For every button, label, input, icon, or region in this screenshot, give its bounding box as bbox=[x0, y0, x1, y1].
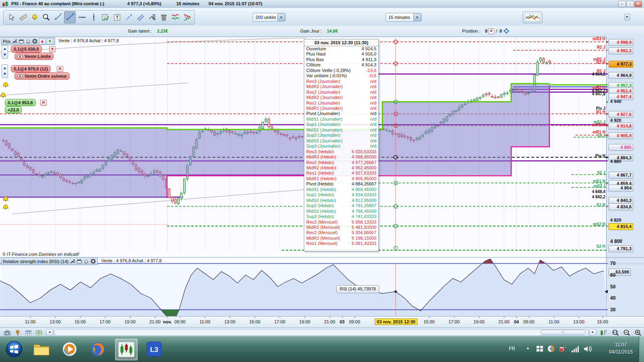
cancel-order-icon[interactable]: ✕ bbox=[57, 66, 63, 72]
time-tick bbox=[205, 317, 205, 318]
vertical-line-tool-button[interactable] bbox=[88, 12, 99, 23]
trash-tool-button[interactable] bbox=[158, 12, 169, 23]
tooltip-row: Res2 (Journalier)n/d bbox=[304, 90, 378, 95]
position-pill[interactable]: 0,1@4 953,8 bbox=[5, 99, 36, 106]
level-label: S2 H bbox=[577, 244, 605, 249]
horizontal-line-tool-button[interactable] bbox=[76, 12, 87, 23]
time-tick bbox=[342, 317, 343, 318]
order-move-handle[interactable]: ▲▼ bbox=[2, 45, 8, 59]
maximize-button[interactable]: ▫ bbox=[626, 1, 634, 7]
level-label: 4 848,4 bbox=[577, 189, 605, 194]
text-tool-button[interactable]: T bbox=[111, 12, 122, 23]
segment-tool-button[interactable] bbox=[52, 12, 63, 23]
wrench-icon[interactable] bbox=[12, 39, 17, 44]
zoom-in-icon[interactable] bbox=[633, 329, 642, 337]
taskbar-trading-app-icon[interactable] bbox=[115, 339, 138, 360]
tray-expand-icon[interactable]: ▲ bbox=[526, 346, 530, 350]
pattern-triangle-tool-button[interactable] bbox=[182, 12, 192, 23]
price-axis-label: 4 998,9 bbox=[609, 39, 633, 46]
position-settings-icon[interactable] bbox=[503, 28, 510, 34]
horizontal-scrollbar[interactable]: ≡ bbox=[54, 329, 588, 336]
start-button[interactable] bbox=[3, 339, 25, 360]
language-indicator[interactable]: FR bbox=[509, 346, 515, 352]
scroll-right-button[interactable]: ► bbox=[589, 329, 597, 336]
trading-platform-window: PXI - France 40 au comptant (Mini-contra… bbox=[0, 0, 644, 362]
time-axis-label: 15:00 bbox=[423, 319, 435, 324]
grid-icon[interactable] bbox=[23, 329, 33, 337]
price-axis-label: 4 927,6 bbox=[609, 111, 633, 118]
window-icon[interactable] bbox=[76, 259, 82, 264]
toolbar-overflow-arrow[interactable]: ► bbox=[624, 14, 630, 21]
chart-settings-icon[interactable] bbox=[599, 329, 609, 337]
position-pnl-pill[interactable]: +23,0 bbox=[5, 106, 22, 113]
tools-tool-button[interactable] bbox=[147, 12, 157, 23]
taskbar-clock[interactable]: 11:07 04/11/2015 bbox=[609, 341, 633, 356]
table-icon[interactable] bbox=[34, 329, 43, 337]
order-type-pill[interactable]: Vente:Limite bbox=[14, 53, 54, 60]
time-tick bbox=[30, 317, 31, 318]
close-position-icon[interactable]: ✕ bbox=[488, 28, 494, 34]
time-axis-label: 15:00 bbox=[74, 319, 86, 324]
chart-style-button[interactable] bbox=[522, 11, 543, 23]
close-panel-icon[interactable] bbox=[32, 39, 38, 44]
level-label: R1 H bbox=[577, 110, 605, 114]
tray-app-icon[interactable] bbox=[547, 345, 555, 352]
cancel-order-icon[interactable]: ✕ bbox=[40, 100, 47, 106]
units-select-arrow-icon[interactable]: ▼ bbox=[277, 14, 285, 21]
zoom-tool-button[interactable] bbox=[41, 12, 52, 23]
snapshot-icon[interactable] bbox=[2, 329, 12, 337]
pointer-tool-button[interactable] bbox=[6, 12, 17, 23]
tooltip-row: Var unitaire (-0,01%)-0,5 bbox=[304, 73, 378, 78]
time-axis-label: 17:00 bbox=[99, 319, 111, 324]
order-move-handle[interactable]: ▲▼ bbox=[2, 64, 8, 78]
ruler-tool-button[interactable] bbox=[17, 12, 28, 23]
cancel-order-icon[interactable]: ✕ bbox=[49, 46, 56, 52]
trendline-tool-button[interactable] bbox=[64, 11, 76, 23]
volume-icon[interactable] bbox=[584, 346, 592, 352]
level-label: mR3 H bbox=[577, 37, 605, 41]
parallel-lines-tool-button[interactable] bbox=[135, 12, 146, 23]
taskbar-l3-icon[interactable]: L3 bbox=[143, 339, 165, 360]
units-select[interactable]: 200 unités ▼ bbox=[253, 13, 286, 22]
level-label: S1 H bbox=[577, 203, 605, 207]
arrows-tool-button[interactable] bbox=[123, 12, 134, 23]
scroll-left-button[interactable]: ◄ bbox=[46, 329, 53, 336]
time-axis[interactable]: 11:0013:0015:0017:0019:0021:00nov.09:001… bbox=[0, 316, 644, 328]
position-value-2: 0 bbox=[500, 29, 502, 33]
pin-icon[interactable] bbox=[13, 329, 23, 337]
timeframe-select[interactable]: 15 minutes ▼ bbox=[386, 13, 422, 22]
pattern-zigzag-tool-button[interactable] bbox=[170, 12, 181, 23]
time-tick bbox=[305, 317, 305, 318]
zoom-fit-icon[interactable] bbox=[610, 329, 620, 337]
zoom-out-icon[interactable] bbox=[621, 329, 631, 337]
alarm-tool-button[interactable] bbox=[29, 12, 40, 23]
scrollbar-thumb[interactable]: ≡ bbox=[541, 330, 586, 335]
chart-settings-tool-button[interactable] bbox=[100, 12, 111, 23]
close-button[interactable]: ✕ bbox=[634, 1, 642, 7]
tooltip-row: Res3 (Hebdo)5 020,63333 bbox=[304, 149, 378, 154]
order-pill[interactable]: 0,1@5 030,0 bbox=[11, 45, 42, 53]
minimize-button[interactable]: – bbox=[618, 1, 626, 7]
taskbar-media-player-icon[interactable] bbox=[59, 339, 80, 360]
buy-arrow-icon[interactable] bbox=[47, 38, 53, 44]
wrench-icon[interactable] bbox=[70, 259, 75, 264]
time-tick bbox=[280, 317, 280, 318]
time-tick bbox=[479, 317, 479, 318]
rsi-axis-tick: 70 bbox=[610, 261, 615, 266]
power-status-icon[interactable] bbox=[559, 345, 567, 352]
sell-arrow-icon[interactable] bbox=[39, 38, 45, 44]
close-panel-icon[interactable] bbox=[90, 259, 96, 264]
alarm-icon[interactable] bbox=[83, 259, 89, 264]
order-pill[interactable]: 0,1@4 970,0 (12) bbox=[11, 65, 51, 72]
network-icon[interactable] bbox=[572, 346, 580, 352]
position-value-1: 0 bbox=[485, 29, 487, 33]
window-icon[interactable] bbox=[19, 39, 24, 44]
action-center-icon[interactable] bbox=[536, 345, 543, 352]
alarm-icon[interactable] bbox=[25, 39, 31, 44]
taskbar-firefox-icon[interactable] bbox=[87, 339, 109, 360]
show-desktop-button[interactable] bbox=[639, 336, 644, 362]
time-axis-label: 09:00 bbox=[174, 319, 186, 324]
timeframe-select-arrow-icon[interactable]: ▼ bbox=[413, 14, 421, 21]
order-type-pill[interactable]: Vente:Ordre suiveur bbox=[14, 72, 70, 80]
taskbar-explorer-icon[interactable] bbox=[31, 339, 52, 360]
